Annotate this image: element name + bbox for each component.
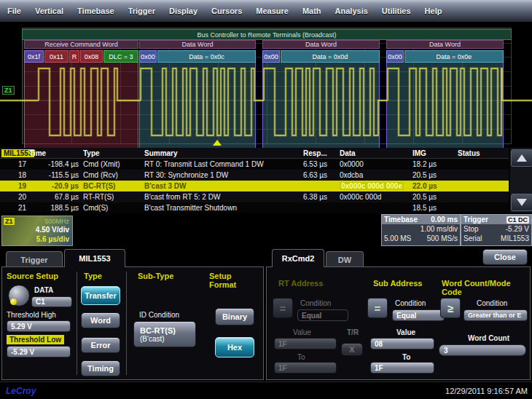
menu-bar: File Vertical Timebase Trigger Display C… bbox=[0, 0, 532, 22]
scroll-down-button[interactable] bbox=[511, 194, 532, 211]
menu-timebase[interactable]: Timebase bbox=[77, 7, 114, 15]
type-timing-button[interactable]: Timing bbox=[81, 360, 120, 376]
row-img: 20.5 µs bbox=[412, 193, 458, 201]
row-index: 21 bbox=[0, 204, 29, 212]
threshold-low-input[interactable]: -5.29 V bbox=[7, 346, 71, 357]
row-img: 18.2 µs bbox=[412, 160, 458, 168]
subtype-header: Sub-Type bbox=[138, 272, 173, 280]
trigger-descriptor-box[interactable]: Trigger C1 DC Stop -5.29 V Serial MIL155… bbox=[461, 214, 532, 246]
col-time: Time bbox=[29, 149, 83, 157]
row-index: 19 bbox=[0, 182, 29, 190]
col-resp: Resp... bbox=[303, 149, 340, 157]
hex-label: Hex bbox=[227, 343, 242, 352]
wc-value-label: Word Count bbox=[468, 334, 509, 342]
wc-condition-label: Condition bbox=[477, 299, 507, 307]
menu-measure[interactable]: Measure bbox=[256, 7, 289, 15]
menu-math[interactable]: Math bbox=[302, 7, 321, 15]
rxcmd2-tab-body: RT Address = Condition Equal Value 1F To… bbox=[266, 266, 531, 380]
menu-cursors[interactable]: Cursors bbox=[211, 7, 242, 15]
z1-descriptor-box[interactable]: Z1 500MHz 4.50 V/div 5.6 µs/div bbox=[1, 216, 73, 246]
source-channel-select[interactable]: C1 bbox=[31, 296, 72, 307]
word-count-value: 3 bbox=[444, 347, 448, 355]
datetime-stamp: 12/29/2011 9:16:57 AM bbox=[445, 387, 528, 395]
status-bar: LeCroy 12/29/2011 9:16:57 AM bbox=[0, 382, 532, 399]
menu-vertical[interactable]: Vertical bbox=[35, 7, 63, 15]
format-hex-button[interactable]: Hex bbox=[215, 337, 254, 357]
divider bbox=[126, 272, 127, 375]
menu-utilities[interactable]: Utilities bbox=[382, 7, 411, 15]
word-label: Word bbox=[90, 316, 111, 325]
row-data: 0x0000 bbox=[340, 160, 412, 168]
z1-volts-div: 4.50 V/div bbox=[36, 226, 69, 234]
menu-help[interactable]: Help bbox=[425, 7, 442, 15]
trigger-setup-dialog: Trigger MIL1553 Source Setup DATA C1 Thr… bbox=[1, 248, 264, 380]
word-count-header: Word Count/Mode Code bbox=[442, 279, 530, 296]
tab-mil1553[interactable]: MIL1553 bbox=[64, 249, 125, 267]
wc-condition-select[interactable]: Greater than or E bbox=[463, 309, 528, 321]
tab-mil1553-label: MIL1553 bbox=[79, 254, 110, 263]
sub-condition-value: Equal bbox=[396, 312, 416, 320]
type-error-button[interactable]: Error bbox=[81, 337, 120, 353]
sub-to-input[interactable]: 1F bbox=[370, 362, 434, 374]
row-time: -20.9 µs bbox=[29, 182, 83, 190]
tab-rxcmd2[interactable]: RxCmd2 bbox=[272, 249, 324, 267]
rt-condition-value: Equal bbox=[302, 312, 321, 320]
id-condition-line1: BC-RT(S) bbox=[140, 326, 176, 335]
source-setup-header: Source Setup bbox=[7, 272, 58, 280]
menu-display[interactable]: Display bbox=[169, 7, 197, 15]
menu-analysis[interactable]: Analysis bbox=[335, 7, 368, 15]
rt-to-input[interactable]: 1F bbox=[274, 362, 337, 374]
z1-trace bbox=[0, 22, 532, 148]
scroll-up-button[interactable] bbox=[511, 149, 532, 167]
row-summary: B'cast 3 DW bbox=[144, 182, 303, 190]
source-knob-icon[interactable] bbox=[8, 285, 30, 307]
rt-condition-select[interactable]: Equal bbox=[297, 309, 348, 321]
tab-dw[interactable]: DW bbox=[326, 251, 364, 267]
table-row[interactable]: 20 67.8 µs RT-RT(S) B'cast from RT 5: 2 … bbox=[0, 191, 509, 202]
sub-value: 08 bbox=[375, 340, 383, 348]
format-binary-button[interactable]: Binary bbox=[215, 308, 254, 325]
menu-file[interactable]: File bbox=[7, 7, 21, 15]
trigger-kind: Serial bbox=[463, 234, 482, 242]
timebase-scale: 1.00 ms/div bbox=[420, 225, 458, 233]
equal-icon[interactable]: = bbox=[273, 298, 293, 318]
decode-table: MIL1553 Time Type Summary Resp... Data I… bbox=[0, 148, 532, 213]
row-img: 22.0 µs bbox=[412, 182, 458, 190]
sub-condition-select[interactable]: Equal bbox=[392, 309, 445, 321]
row-type: Cmd (Xmit) bbox=[83, 160, 144, 168]
greater-equal-icon[interactable]: ≥ bbox=[440, 298, 461, 318]
col-data: Data bbox=[340, 149, 412, 157]
type-transfer-button[interactable]: Transfer bbox=[81, 286, 120, 305]
timebase-offset: 0.00 ms bbox=[431, 216, 458, 224]
table-row[interactable]: 21 188.5 µs Cmd(S) B'cast Transmitter Sh… bbox=[0, 202, 509, 213]
timebase-descriptor-box[interactable]: Timebase 0.00 ms 1.00 ms/div 5.00 MS 500… bbox=[381, 214, 461, 246]
row-index: 20 bbox=[0, 193, 29, 201]
row-summary: B'cast from RT 5: 2 DW bbox=[144, 193, 303, 201]
equal-icon[interactable]: = bbox=[367, 298, 388, 318]
menu-trigger[interactable]: Trigger bbox=[128, 7, 155, 15]
tab-trigger[interactable]: Trigger bbox=[6, 251, 63, 267]
row-resp: 6.63 µs bbox=[303, 171, 340, 179]
threshold-high-input[interactable]: 5.29 V bbox=[7, 320, 71, 332]
tr-button[interactable]: X bbox=[341, 343, 363, 356]
id-condition-button[interactable]: BC-RT(S) (B'cast) bbox=[133, 321, 196, 347]
sub-value-input[interactable]: 08 bbox=[370, 338, 434, 349]
close-button[interactable]: Close bbox=[482, 249, 528, 265]
word-count-slider[interactable]: 3 bbox=[439, 344, 526, 356]
type-word-button[interactable]: Word bbox=[81, 312, 120, 328]
table-row[interactable]: 17 -198.4 µs Cmd (Xmit) RT 0: Transmit L… bbox=[0, 159, 509, 170]
table-row[interactable]: 18 -115.5 µs Cmd (Rcv) RT 30: Synchroniz… bbox=[0, 170, 509, 181]
trigger-time-marker[interactable] bbox=[213, 140, 222, 146]
rt-value-input[interactable]: 1F bbox=[274, 338, 337, 349]
wc-condition-value: Greater than or E bbox=[468, 312, 522, 319]
table-row-selected[interactable]: 19 -20.9 µs BC-RT(S) B'cast 3 DW 0x000c … bbox=[0, 181, 509, 191]
table-header: MIL1553 Time Type Summary Resp... Data I… bbox=[0, 148, 509, 159]
z1-bandwidth: 500MHz bbox=[44, 218, 69, 225]
rt-condition-label: Condition bbox=[300, 299, 331, 307]
table-scrollbar bbox=[510, 148, 532, 213]
threshold-high-label: Threshold High bbox=[7, 311, 56, 319]
sub-to-value: 1F bbox=[375, 364, 383, 372]
row-summary: RT 30: Synchronize 1 DW bbox=[144, 171, 303, 179]
row-type: BC-RT(S) bbox=[83, 182, 144, 190]
type-header: Type bbox=[84, 272, 102, 280]
